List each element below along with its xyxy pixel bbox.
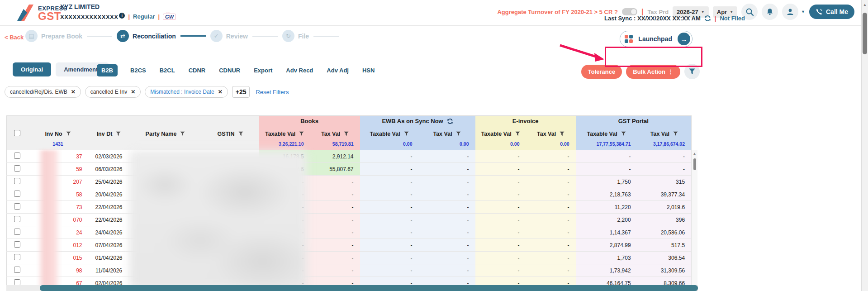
row-checkbox[interactable] [14,165,20,172]
filter-funnel-icon[interactable] [456,131,461,136]
step-file[interactable]: ↻File [282,30,343,42]
step-label: Prepare Book [41,33,82,40]
row-checkbox[interactable] [14,279,20,286]
tab-b2cs[interactable]: B2CS [129,65,147,76]
row-checkbox[interactable] [14,229,20,235]
step-connector [180,35,206,37]
sync-icon: ⇄ [117,30,129,42]
filter-funnel-icon[interactable] [66,131,71,136]
filter-chip-label: cancelled/Rej/Dis. EWB [10,89,67,95]
reset-filters-link[interactable]: Reset Filters [256,89,289,95]
tab-export[interactable]: Export [253,65,273,76]
row-checkbox[interactable] [14,267,20,273]
cell-ewb-tax: - [419,264,475,277]
step-reconciliation[interactable]: ⇄Reconciliation [117,30,210,42]
row-checkbox[interactable] [14,203,20,210]
cell-einv-taxable: - [475,201,526,214]
step-connector [87,36,112,37]
tab-b2cl[interactable]: B2CL [159,65,176,76]
page-scrollbar[interactable]: ▲ [861,0,868,291]
aggregate-turnover-toggle[interactable] [622,8,637,15]
cell-ewb-taxable: - [360,264,419,277]
cell-gst-taxable: 1,73,942 [576,264,637,277]
table-row: 20725/04/2026------1,750315 [7,176,692,188]
row-checkbox-cell [7,201,28,214]
table-horizontal-scrollbar[interactable] [6,285,698,291]
close-icon[interactable]: ✕ [71,89,76,95]
filter-funnel-icon[interactable] [621,131,626,136]
filter-funnel-icon[interactable] [344,131,349,136]
more-filters-count[interactable]: +25 [232,86,250,98]
filter-funnel-icon[interactable] [180,131,185,136]
close-icon[interactable]: ✕ [131,89,135,95]
table-row: 5820/04/2026------2,18,76339,377.34 [7,188,692,201]
notifications-button[interactable] [762,4,778,20]
scrollbar-thumb[interactable] [693,158,696,170]
select-all-checkbox[interactable] [14,130,20,136]
col-header-gst-tax: Tax Val [637,127,692,141]
cell-einv-taxable: - [475,252,526,264]
filter-funnel-icon[interactable] [560,131,564,136]
launchpad-button[interactable]: Launchpad → [620,31,693,47]
tab-b2b[interactable]: B2B [97,64,118,76]
filter-funnel-icon[interactable] [673,131,678,136]
tab-hsn[interactable]: HSN [361,65,375,76]
cell-ewb-taxable: - [360,252,419,264]
search-icon [745,8,754,16]
step-prepare-book[interactable]: ▤Prepare Book [25,30,117,42]
total-einv-tax: 0.00 [526,141,576,150]
bulk-action-button[interactable]: Bulk Action⋮ [626,65,680,79]
filter-button[interactable] [684,64,700,79]
divider: | [715,15,716,22]
book-icon: ▤ [25,30,38,42]
scroll-up-icon[interactable]: ▲ [862,0,868,7]
scrollbar-thumb[interactable] [40,285,698,291]
cell-ewb-taxable: - [360,239,419,252]
filter-funnel-icon[interactable] [515,131,520,136]
call-me-button[interactable]: Call Me [809,5,854,19]
tab-cdnr[interactable]: CDNR [188,65,207,76]
user-menu-button[interactable] [782,4,798,20]
table-vertical-scrollbar[interactable]: ▲ [691,150,697,289]
tab-adv-recd[interactable]: Adv Recd [285,65,314,76]
bell-icon [766,8,774,16]
cell-einv-tax: - [526,188,576,201]
cell-gst-taxable: 1,750 [576,176,637,188]
cell-books-tax: - [310,176,360,188]
cell-books-tax: - [310,239,360,252]
tab-cdnur[interactable]: CDNUR [218,65,241,76]
filter-funnel-icon[interactable] [299,131,304,136]
refresh-icon[interactable] [704,15,711,22]
row-checkbox[interactable] [14,178,20,184]
row-checkbox[interactable] [14,241,20,248]
scroll-up-icon[interactable]: ▲ [692,150,697,156]
filter-chip-label: cancelled E Inv [90,89,127,95]
sync-icon[interactable] [447,118,453,124]
cell-gst-taxable: - [576,150,637,163]
tolerance-button[interactable]: Tolerance [581,65,622,79]
info-icon[interactable]: i [119,13,125,19]
table-row: 9811/04/2026------1,73,94231,309.56 [7,264,692,277]
filter-funnel-icon[interactable] [116,131,121,136]
scrollbar-thumb[interactable] [863,13,867,54]
row-checkbox[interactable] [14,153,20,159]
step-label: Review [226,33,248,40]
row-checkbox[interactable] [14,216,20,222]
filter-funnel-icon[interactable] [238,131,243,136]
user-menu-caret[interactable]: ▼ [801,10,805,14]
cell-ewb-tax: - [419,214,475,226]
tab-original[interactable]: Original [13,62,51,76]
reconciliation-table: Books EWB As on Sync Now E-invoice [6,115,703,290]
filter-funnel-icon [688,68,696,75]
cell-ewb-taxable: - [360,214,419,226]
tab-adv-adj[interactable]: Adv Adj [326,65,350,76]
step-review[interactable]: ✓Review [210,30,282,42]
group-header-ewb: EWB As on Sync Now [360,116,475,127]
cell-einv-taxable: - [475,163,526,176]
back-link[interactable]: < Back [5,34,24,41]
close-icon[interactable]: ✕ [218,89,223,95]
row-checkbox[interactable] [14,191,20,197]
filter-funnel-icon[interactable] [404,131,409,136]
cell-einv-tax: - [526,226,576,239]
row-checkbox[interactable] [14,254,20,260]
